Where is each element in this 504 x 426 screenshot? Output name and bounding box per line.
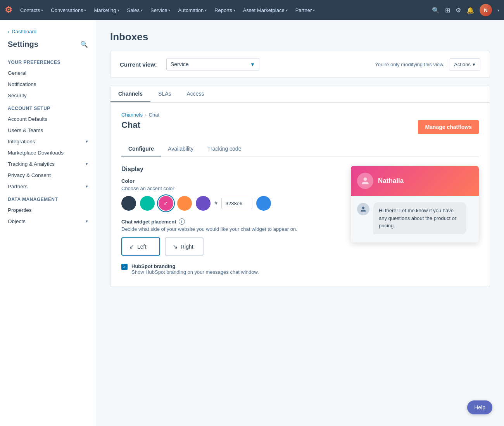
color-label: Color: [121, 178, 338, 184]
chevron-down-icon: ▾: [86, 184, 88, 189]
chevron-down-icon: ▾: [233, 8, 235, 12]
sidebar: ‹ Dashboard Settings 🔍 Your Preferences …: [0, 20, 96, 426]
chevron-down-icon: ▾: [86, 161, 88, 167]
breadcrumb-current: Chat: [149, 112, 159, 118]
chevron-down-icon: ▾: [117, 8, 119, 12]
nav-item-automation[interactable]: Automation ▾: [175, 5, 210, 15]
right-arrow-icon: ↘: [173, 243, 178, 250]
actions-chevron-icon: ▾: [473, 62, 475, 67]
sidebar-item-general[interactable]: General: [0, 67, 96, 79]
search-icon[interactable]: 🔍: [432, 7, 440, 14]
sub-tab-availability[interactable]: Availability: [161, 142, 200, 156]
avatar[interactable]: N: [480, 4, 492, 16]
chat-bot-avatar: [357, 203, 369, 215]
branding-label: HubSpot branding: [131, 263, 259, 269]
tab-content: Channels › Chat Chat Manage chatflows Co…: [110, 103, 490, 287]
hubspot-logo: ⚙: [5, 5, 12, 15]
sidebar-item-security[interactable]: Security: [0, 90, 96, 101]
chat-body: Hi there! Let me know if you have any qu…: [351, 196, 479, 242]
color-row: ✓ #: [121, 196, 338, 211]
branding-checkbox[interactable]: ✓: [121, 264, 128, 270]
page-title: Inboxes: [110, 31, 490, 43]
chat-agent-name: Nathalia: [378, 177, 404, 185]
placement-right[interactable]: ↘ Right: [165, 237, 204, 256]
view-note: You're only modifying this view.: [375, 62, 444, 67]
left-arrow-icon: ↙: [129, 243, 134, 250]
current-view-card: Current view: Service ▼ You're only modi…: [110, 51, 490, 78]
actions-button[interactable]: Actions ▾: [449, 58, 480, 70]
nav-item-service[interactable]: Service ▾: [147, 5, 173, 15]
sidebar-item-privacy-consent[interactable]: Privacy & Consent: [0, 170, 96, 181]
chevron-down-icon: ▾: [168, 8, 170, 12]
view-select-value: Service: [171, 61, 247, 67]
checkmark-icon: ✓: [164, 200, 168, 206]
hex-color-input[interactable]: [221, 198, 252, 209]
view-selector[interactable]: Service ▼: [166, 58, 259, 70]
nav-item-partner[interactable]: Partner ▾: [292, 5, 318, 15]
sidebar-item-notifications[interactable]: Notifications: [0, 79, 96, 90]
help-button[interactable]: Help: [467, 400, 492, 414]
tab-slas[interactable]: SLAs: [150, 86, 179, 102]
info-icon[interactable]: i: [179, 218, 185, 225]
bell-icon[interactable]: 🔔: [466, 7, 474, 14]
sidebar-item-marketplace-downloads[interactable]: Marketplace Downloads: [0, 147, 96, 158]
breadcrumb: Channels › Chat: [121, 112, 479, 118]
top-navigation: ⚙ Contacts ▾ Conversations ▾ Marketing ▾…: [0, 0, 504, 20]
chevron-down-icon: ▾: [205, 8, 207, 12]
sidebar-section-your-preferences: Your Preferences: [0, 55, 96, 67]
hash-symbol: #: [214, 200, 217, 206]
swatch-pink[interactable]: ✓: [159, 196, 173, 211]
nav-item-sales[interactable]: Sales ▾: [124, 5, 146, 15]
back-arrow-icon: ‹: [8, 29, 9, 34]
sidebar-item-integrations[interactable]: Integrations ▾: [0, 136, 96, 147]
tab-access[interactable]: Access: [179, 86, 212, 102]
chat-preview: Nathalia Hi there! Let me know if you ha…: [351, 166, 479, 242]
nav-item-asset-marketplace[interactable]: Asset Marketplace ▾: [240, 5, 291, 15]
placement-options: ↙ Left ↘ Right: [121, 237, 338, 256]
sidebar-search-icon[interactable]: 🔍: [80, 41, 88, 48]
swatch-dark[interactable]: [121, 196, 136, 211]
sidebar-item-partners[interactable]: Partners ▾: [0, 181, 96, 192]
tab-channels[interactable]: Channels: [110, 86, 150, 102]
settings-icon[interactable]: ⚙: [456, 7, 461, 14]
chevron-down-icon: ▾: [313, 8, 315, 12]
chat-preview-header: Nathalia: [351, 166, 479, 196]
sidebar-section-data-management: Data Management: [0, 192, 96, 204]
chevron-down-icon: ▾: [86, 219, 88, 224]
chat-message: Hi there! Let me know if you have any qu…: [373, 202, 466, 234]
chevron-down-icon: ▾: [141, 8, 143, 12]
sidebar-item-tracking-analytics[interactable]: Tracking & Analytics ▾: [0, 158, 96, 170]
swatch-purple[interactable]: [196, 196, 211, 211]
placement-note: Decide what side of your website you wou…: [121, 226, 338, 232]
avatar-chevron-icon: ▾: [497, 8, 499, 12]
placement-left[interactable]: ↙ Left: [121, 237, 160, 256]
chat-title: Chat: [121, 120, 140, 130]
breadcrumb-channels[interactable]: Channels: [121, 112, 143, 118]
color-note: Choose an accent color: [121, 186, 338, 191]
swatch-orange[interactable]: [177, 196, 192, 211]
placement-label: Chat widget placement i: [121, 218, 338, 225]
swatch-teal[interactable]: [140, 196, 155, 211]
chevron-down-icon: ▾: [86, 139, 88, 144]
back-to-dashboard[interactable]: ‹ Dashboard: [0, 26, 96, 40]
sidebar-title: Settings: [8, 40, 38, 49]
branding-row: ✓ HubSpot branding Show HubSpot branding…: [121, 263, 338, 275]
sidebar-item-properties[interactable]: Properties: [0, 204, 96, 216]
sidebar-section-account-setup: Account Setup: [0, 101, 96, 113]
manage-chatflows-button[interactable]: Manage chatflows: [418, 120, 479, 134]
nav-item-contacts[interactable]: Contacts ▾: [17, 5, 46, 15]
sidebar-item-account-defaults[interactable]: Account Defaults: [0, 113, 96, 125]
nav-item-conversations[interactable]: Conversations ▾: [48, 5, 89, 15]
chevron-down-icon: ▾: [84, 8, 86, 12]
chevron-down-icon: ▾: [286, 8, 288, 12]
sidebar-item-objects[interactable]: Objects ▾: [0, 216, 96, 227]
breadcrumb-separator: ›: [145, 113, 147, 117]
sub-tab-tracking-code[interactable]: Tracking code: [200, 142, 248, 156]
grid-icon[interactable]: ⊞: [445, 7, 450, 14]
branding-desc: Show HubSpot branding on your messages c…: [131, 269, 259, 275]
sidebar-item-users-teams[interactable]: Users & Teams: [0, 125, 96, 136]
nav-item-reports[interactable]: Reports ▾: [211, 5, 238, 15]
sub-tabs-bar: Configure Availability Tracking code: [121, 142, 479, 156]
nav-item-marketing[interactable]: Marketing ▾: [91, 5, 122, 15]
sub-tab-configure[interactable]: Configure: [121, 142, 161, 156]
